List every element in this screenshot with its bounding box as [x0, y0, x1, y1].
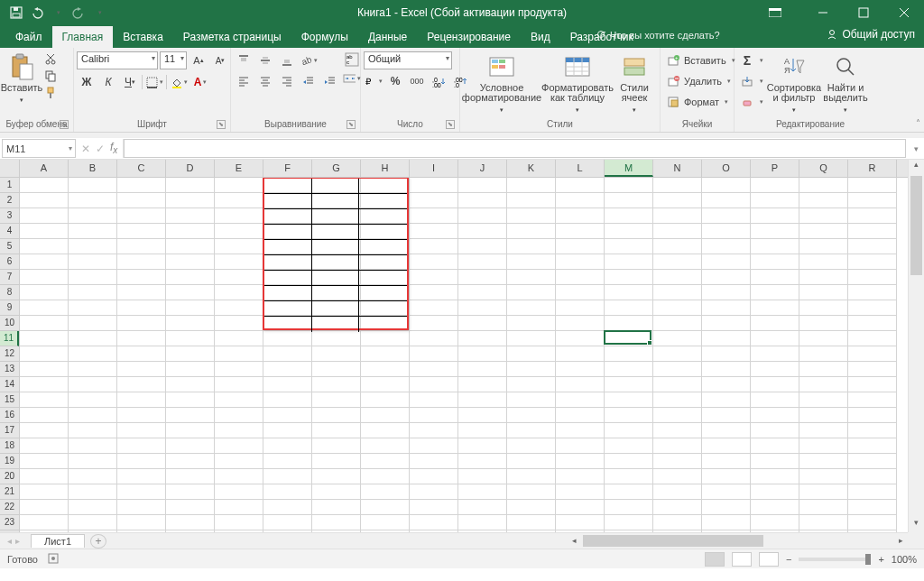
enter-formula-button[interactable]: ✓ — [96, 143, 105, 155]
add-sheet-button[interactable]: + — [90, 534, 106, 549]
scroll-left-arrow[interactable]: ◂ — [567, 533, 581, 549]
col-header-F[interactable]: F — [263, 160, 312, 177]
col-header-J[interactable]: J — [458, 160, 507, 177]
row-header-19[interactable]: 19 — [0, 454, 19, 469]
decrease-font-button[interactable]: A▾ — [210, 51, 230, 69]
sheet-tab-1[interactable]: Лист1 — [31, 534, 85, 548]
row-header-15[interactable]: 15 — [0, 392, 19, 408]
col-header-I[interactable]: I — [410, 160, 458, 177]
formula-input[interactable] — [124, 139, 906, 158]
col-header-M[interactable]: M — [605, 160, 653, 177]
comma-button[interactable]: 000 — [407, 72, 427, 90]
orientation-button[interactable]: ab — [299, 51, 319, 69]
clipboard-dialog-launcher[interactable]: ⬊ — [60, 120, 69, 129]
delete-cells-button[interactable]: Удалить — [663, 71, 738, 91]
number-format-combo[interactable]: Общий — [364, 51, 452, 69]
font-color-button[interactable]: A — [190, 73, 210, 91]
row-header-20[interactable]: 20 — [0, 469, 19, 484]
font-size-combo[interactable]: 11 — [160, 51, 187, 69]
autosum-button[interactable]: Σ — [737, 51, 766, 70]
tab-view[interactable]: Вид — [521, 26, 560, 48]
alignment-dialog-launcher[interactable]: ⬊ — [346, 120, 356, 129]
redo-icon[interactable] — [71, 5, 86, 20]
fill-handle[interactable] — [647, 340, 652, 346]
row-header-17[interactable]: 17 — [0, 423, 19, 438]
row-header-1[interactable]: 1 — [0, 178, 19, 193]
undo-icon[interactable] — [30, 5, 44, 20]
bold-button[interactable]: Ж — [77, 73, 97, 91]
align-right-button[interactable] — [277, 72, 297, 90]
ribbon-display-options-icon[interactable] — [754, 0, 795, 25]
page-layout-view-button[interactable] — [732, 552, 752, 567]
save-icon[interactable] — [9, 5, 23, 20]
name-box[interactable]: M11 — [2, 139, 76, 158]
row-header-13[interactable]: 13 — [0, 362, 19, 377]
row-header-14[interactable]: 14 — [0, 377, 19, 392]
italic-button[interactable]: К — [98, 73, 118, 91]
share-button[interactable]: Общий доступ — [827, 28, 915, 41]
col-header-P[interactable]: P — [751, 160, 799, 177]
format-cells-button[interactable]: Формат — [663, 92, 738, 112]
col-header-N[interactable]: N — [653, 160, 702, 177]
row-header-6[interactable]: 6 — [0, 254, 19, 270]
tell-me-search[interactable]: Что вы хотите сделать? — [596, 30, 720, 41]
sort-filter-button[interactable]: AЯ Сортировка и фильтр▾ — [768, 51, 820, 116]
col-header-R[interactable]: R — [848, 160, 897, 177]
scroll-up-arrow[interactable]: ▴ — [909, 160, 924, 174]
expand-formula-bar[interactable]: ▾ — [908, 138, 924, 159]
align-top-button[interactable] — [234, 51, 254, 69]
normal-view-button[interactable] — [705, 552, 725, 567]
clear-button[interactable] — [737, 92, 766, 112]
v-scroll-thumb[interactable] — [910, 176, 922, 275]
col-header-G[interactable]: G — [312, 160, 361, 177]
tab-home[interactable]: Главная — [52, 26, 114, 48]
cut-button[interactable] — [42, 51, 59, 67]
row-header-9[interactable]: 9 — [0, 300, 19, 316]
col-header-C[interactable]: C — [117, 160, 166, 177]
decrease-indent-button[interactable] — [299, 72, 319, 90]
underline-button[interactable]: Ч▾ — [120, 73, 140, 91]
maximize-button[interactable] — [843, 0, 883, 25]
scroll-down-arrow[interactable]: ▾ — [909, 518, 924, 532]
horizontal-scrollbar[interactable]: ◂ ▸ — [567, 532, 908, 549]
minimize-button[interactable] — [802, 0, 843, 25]
select-all-corner[interactable] — [0, 160, 20, 178]
col-header-Q[interactable]: Q — [799, 160, 848, 177]
paste-button[interactable]: Вставить ▾ — [3, 51, 41, 106]
cells-area[interactable] — [20, 178, 908, 532]
align-left-button[interactable] — [234, 72, 254, 90]
zoom-in-button[interactable]: + — [878, 554, 883, 565]
row-header-12[interactable]: 12 — [0, 346, 19, 362]
row-header-23[interactable]: 23 — [0, 515, 19, 530]
row-header-22[interactable]: 22 — [0, 500, 19, 515]
sheet-nav[interactable]: ◂▸ — [0, 536, 27, 546]
tab-insert[interactable]: Вставка — [113, 26, 173, 48]
qat-customize[interactable] — [92, 5, 106, 20]
tab-data[interactable]: Данные — [358, 26, 417, 48]
row-header-2[interactable]: 2 — [0, 193, 19, 208]
row-header-5[interactable]: 5 — [0, 239, 19, 254]
col-header-D[interactable]: D — [166, 160, 215, 177]
increase-font-button[interactable]: A▴ — [189, 51, 208, 69]
increase-decimal-button[interactable]: ,0,00 — [429, 72, 448, 90]
format-painter-button[interactable] — [42, 85, 59, 101]
cancel-formula-button[interactable]: ✕ — [81, 143, 90, 155]
font-name-combo[interactable]: Calibri — [77, 51, 158, 69]
fill-button[interactable] — [737, 71, 766, 91]
copy-button[interactable] — [42, 68, 59, 84]
tab-formulas[interactable]: Формулы — [291, 26, 358, 48]
format-as-table-button[interactable]: Форматировать как таблицу▾ — [542, 51, 613, 116]
borders-button[interactable] — [144, 73, 164, 91]
col-header-K[interactable]: K — [507, 160, 556, 177]
increase-indent-button[interactable] — [320, 72, 340, 90]
undo-dropdown[interactable] — [51, 5, 65, 20]
col-header-H[interactable]: H — [361, 160, 410, 177]
align-middle-button[interactable] — [255, 51, 275, 69]
row-header-16[interactable]: 16 — [0, 408, 19, 423]
row-header-3[interactable]: 3 — [0, 208, 19, 224]
row-header-8[interactable]: 8 — [0, 285, 19, 300]
column-headers[interactable]: ABCDEFGHIJKLMNOPQR — [20, 160, 908, 178]
col-header-A[interactable]: A — [20, 160, 69, 177]
find-select-button[interactable]: Найти и выделить▾ — [822, 51, 869, 116]
align-center-button[interactable] — [255, 72, 275, 90]
